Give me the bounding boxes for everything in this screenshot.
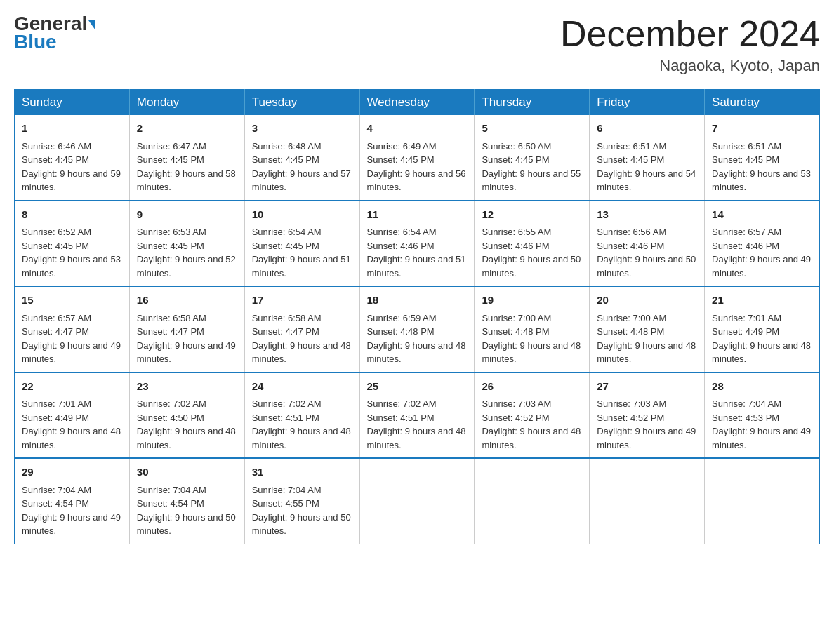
day-info: Sunrise: 7:02 AMSunset: 4:51 PMDaylight:… bbox=[367, 398, 466, 450]
day-number: 20 bbox=[597, 293, 697, 309]
day-number: 26 bbox=[482, 379, 582, 395]
day-info: Sunrise: 7:01 AMSunset: 4:49 PMDaylight:… bbox=[22, 398, 121, 450]
table-row bbox=[475, 458, 590, 544]
day-info: Sunrise: 6:51 AMSunset: 4:45 PMDaylight:… bbox=[712, 141, 811, 193]
day-info: Sunrise: 6:57 AMSunset: 4:46 PMDaylight:… bbox=[712, 227, 811, 279]
day-number: 10 bbox=[252, 207, 352, 223]
table-row bbox=[705, 458, 820, 544]
day-info: Sunrise: 6:57 AMSunset: 4:47 PMDaylight:… bbox=[22, 313, 121, 365]
table-row: 25 Sunrise: 7:02 AMSunset: 4:51 PMDaylig… bbox=[359, 373, 475, 459]
table-row: 24 Sunrise: 7:02 AMSunset: 4:51 PMDaylig… bbox=[244, 373, 359, 459]
day-info: Sunrise: 6:58 AMSunset: 4:47 PMDaylight:… bbox=[252, 313, 351, 365]
table-row: 29 Sunrise: 7:04 AMSunset: 4:54 PMDaylig… bbox=[15, 458, 130, 544]
table-row: 14 Sunrise: 6:57 AMSunset: 4:46 PMDaylig… bbox=[705, 201, 820, 287]
location-title: Nagaoka, Kyoto, Japan bbox=[560, 57, 820, 75]
day-info: Sunrise: 6:50 AMSunset: 4:45 PMDaylight:… bbox=[482, 141, 581, 193]
day-info: Sunrise: 6:53 AMSunset: 4:45 PMDaylight:… bbox=[137, 227, 236, 279]
table-row: 23 Sunrise: 7:02 AMSunset: 4:50 PMDaylig… bbox=[129, 373, 244, 459]
table-row bbox=[359, 458, 475, 544]
month-title: December 2024 bbox=[560, 14, 820, 54]
calendar-week-row: 8 Sunrise: 6:52 AMSunset: 4:45 PMDayligh… bbox=[15, 201, 820, 287]
table-row: 15 Sunrise: 6:57 AMSunset: 4:47 PMDaylig… bbox=[15, 286, 130, 373]
day-number: 11 bbox=[367, 207, 468, 223]
day-info: Sunrise: 7:01 AMSunset: 4:49 PMDaylight:… bbox=[712, 313, 811, 365]
day-number: 25 bbox=[367, 379, 468, 395]
day-info: Sunrise: 6:59 AMSunset: 4:48 PMDaylight:… bbox=[367, 313, 466, 365]
table-row: 27 Sunrise: 7:03 AMSunset: 4:52 PMDaylig… bbox=[590, 373, 705, 459]
day-info: Sunrise: 6:51 AMSunset: 4:45 PMDaylight:… bbox=[597, 141, 696, 193]
day-number: 1 bbox=[22, 121, 122, 137]
day-number: 9 bbox=[137, 207, 237, 223]
table-row: 20 Sunrise: 7:00 AMSunset: 4:48 PMDaylig… bbox=[590, 286, 705, 373]
calendar-header-row: Sunday Monday Tuesday Wednesday Thursday… bbox=[15, 90, 820, 116]
day-number: 17 bbox=[252, 293, 352, 309]
table-row: 31 Sunrise: 7:04 AMSunset: 4:55 PMDaylig… bbox=[244, 458, 359, 544]
col-wednesday: Wednesday bbox=[359, 90, 475, 116]
col-sunday: Sunday bbox=[15, 90, 130, 116]
table-row bbox=[590, 458, 705, 544]
calendar-week-row: 1 Sunrise: 6:46 AMSunset: 4:45 PMDayligh… bbox=[15, 115, 820, 201]
day-info: Sunrise: 6:52 AMSunset: 4:45 PMDaylight:… bbox=[22, 227, 121, 279]
table-row: 12 Sunrise: 6:55 AMSunset: 4:46 PMDaylig… bbox=[475, 201, 590, 287]
day-info: Sunrise: 7:04 AMSunset: 4:53 PMDaylight:… bbox=[712, 398, 811, 450]
table-row: 22 Sunrise: 7:01 AMSunset: 4:49 PMDaylig… bbox=[15, 373, 130, 459]
day-info: Sunrise: 7:04 AMSunset: 4:54 PMDaylight:… bbox=[137, 485, 236, 537]
table-row: 11 Sunrise: 6:54 AMSunset: 4:46 PMDaylig… bbox=[359, 201, 475, 287]
day-info: Sunrise: 6:49 AMSunset: 4:45 PMDaylight:… bbox=[367, 141, 466, 193]
day-number: 5 bbox=[482, 121, 582, 137]
table-row: 7 Sunrise: 6:51 AMSunset: 4:45 PMDayligh… bbox=[705, 115, 820, 201]
table-row: 3 Sunrise: 6:48 AMSunset: 4:45 PMDayligh… bbox=[244, 115, 359, 201]
col-friday: Friday bbox=[590, 90, 705, 116]
table-row: 2 Sunrise: 6:47 AMSunset: 4:45 PMDayligh… bbox=[129, 115, 244, 201]
table-row: 30 Sunrise: 7:04 AMSunset: 4:54 PMDaylig… bbox=[129, 458, 244, 544]
col-monday: Monday bbox=[129, 90, 244, 116]
table-row: 6 Sunrise: 6:51 AMSunset: 4:45 PMDayligh… bbox=[590, 115, 705, 201]
day-number: 30 bbox=[137, 464, 237, 481]
day-number: 21 bbox=[712, 293, 812, 309]
day-number: 4 bbox=[367, 121, 468, 137]
day-number: 7 bbox=[712, 121, 812, 137]
day-info: Sunrise: 6:54 AMSunset: 4:46 PMDaylight:… bbox=[367, 227, 466, 279]
calendar-week-row: 15 Sunrise: 6:57 AMSunset: 4:47 PMDaylig… bbox=[15, 286, 820, 373]
day-number: 6 bbox=[597, 121, 697, 137]
day-info: Sunrise: 6:55 AMSunset: 4:46 PMDaylight:… bbox=[482, 227, 581, 279]
table-row: 4 Sunrise: 6:49 AMSunset: 4:45 PMDayligh… bbox=[359, 115, 475, 201]
logo: General Blue bbox=[14, 14, 95, 53]
day-number: 18 bbox=[367, 293, 468, 309]
col-tuesday: Tuesday bbox=[244, 90, 359, 116]
day-info: Sunrise: 7:02 AMSunset: 4:50 PMDaylight:… bbox=[137, 398, 236, 450]
day-info: Sunrise: 6:54 AMSunset: 4:45 PMDaylight:… bbox=[252, 227, 351, 279]
table-row: 28 Sunrise: 7:04 AMSunset: 4:53 PMDaylig… bbox=[705, 373, 820, 459]
day-info: Sunrise: 7:00 AMSunset: 4:48 PMDaylight:… bbox=[482, 313, 581, 365]
day-number: 29 bbox=[22, 464, 122, 481]
table-row: 9 Sunrise: 6:53 AMSunset: 4:45 PMDayligh… bbox=[129, 201, 244, 287]
day-number: 14 bbox=[712, 207, 812, 223]
table-row: 26 Sunrise: 7:03 AMSunset: 4:52 PMDaylig… bbox=[475, 373, 590, 459]
day-number: 19 bbox=[482, 293, 582, 309]
day-info: Sunrise: 7:02 AMSunset: 4:51 PMDaylight:… bbox=[252, 398, 351, 450]
col-saturday: Saturday bbox=[705, 90, 820, 116]
day-number: 24 bbox=[252, 379, 352, 395]
logo-text-line2: Blue bbox=[14, 31, 57, 53]
day-number: 27 bbox=[597, 379, 697, 395]
day-info: Sunrise: 7:03 AMSunset: 4:52 PMDaylight:… bbox=[597, 398, 696, 450]
calendar-week-row: 22 Sunrise: 7:01 AMSunset: 4:49 PMDaylig… bbox=[15, 373, 820, 459]
day-number: 31 bbox=[252, 464, 352, 481]
table-row: 10 Sunrise: 6:54 AMSunset: 4:45 PMDaylig… bbox=[244, 201, 359, 287]
title-block: December 2024 Nagaoka, Kyoto, Japan bbox=[560, 14, 820, 75]
day-number: 28 bbox=[712, 379, 812, 395]
day-number: 23 bbox=[137, 379, 237, 395]
table-row: 21 Sunrise: 7:01 AMSunset: 4:49 PMDaylig… bbox=[705, 286, 820, 373]
table-row: 5 Sunrise: 6:50 AMSunset: 4:45 PMDayligh… bbox=[475, 115, 590, 201]
day-info: Sunrise: 7:00 AMSunset: 4:48 PMDaylight:… bbox=[597, 313, 696, 365]
day-info: Sunrise: 7:03 AMSunset: 4:52 PMDaylight:… bbox=[482, 398, 581, 450]
day-info: Sunrise: 6:56 AMSunset: 4:46 PMDaylight:… bbox=[597, 227, 696, 279]
logo-triangle-icon bbox=[88, 20, 95, 30]
page-header: General Blue December 2024 Nagaoka, Kyot… bbox=[14, 14, 820, 75]
day-info: Sunrise: 7:04 AMSunset: 4:55 PMDaylight:… bbox=[252, 485, 351, 537]
day-number: 12 bbox=[482, 207, 582, 223]
day-info: Sunrise: 6:58 AMSunset: 4:47 PMDaylight:… bbox=[137, 313, 236, 365]
day-number: 3 bbox=[252, 121, 352, 137]
calendar-table: Sunday Monday Tuesday Wednesday Thursday… bbox=[14, 89, 820, 544]
day-number: 15 bbox=[22, 293, 122, 309]
